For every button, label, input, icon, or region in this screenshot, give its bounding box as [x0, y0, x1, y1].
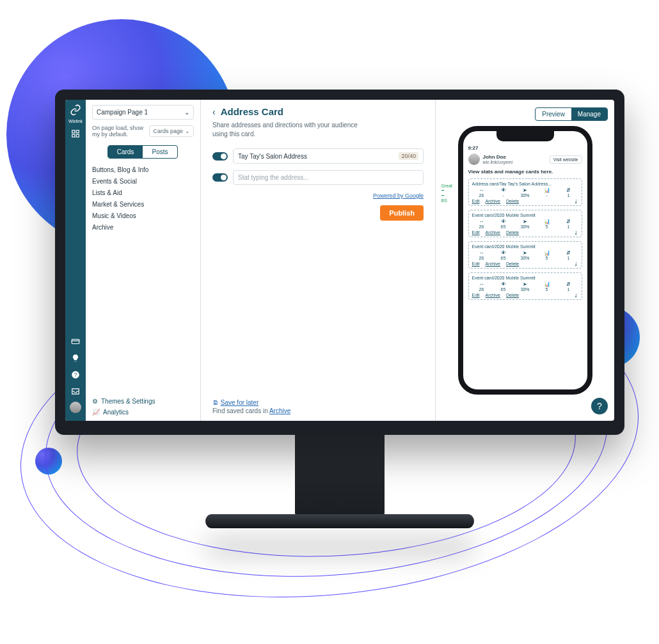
char-count: 20/40	[399, 152, 418, 160]
stat-item: ➤30%	[516, 251, 535, 260]
save-row: 🗎 Save for later	[212, 399, 424, 406]
page-select[interactable]: Campaign Page 1 ⌄	[92, 105, 194, 120]
stat-icon: 📊	[537, 282, 557, 287]
stat-item: ⇵1	[559, 219, 578, 229]
card-action-delete[interactable]: Delete	[506, 262, 519, 266]
user-avatar[interactable]	[70, 402, 81, 413]
stat-value: 5	[537, 224, 557, 229]
category-item[interactable]: Buttons, Blog & Info	[92, 166, 194, 173]
stat-item: 📊5	[537, 282, 557, 292]
download-icon[interactable]: ⭳	[574, 293, 578, 297]
stat-item: ➤30%	[516, 188, 535, 198]
tab-preview[interactable]: Preview	[536, 108, 571, 120]
svg-rect-4	[72, 340, 79, 344]
monitor-stand-neck	[295, 435, 385, 518]
stat-icon: 👁	[494, 282, 513, 287]
stat-icon: 👁	[494, 188, 513, 193]
back-button[interactable]: ‹	[212, 107, 216, 117]
stat-item: ⇵1	[559, 188, 578, 198]
profile-handle: wiz.link/uxyemi	[483, 160, 513, 164]
svg-text:?: ?	[74, 372, 77, 378]
themes-settings-link[interactable]: ⚙ Themes & Settings	[92, 398, 194, 405]
help-icon[interactable]: ?	[69, 368, 82, 381]
stats-row: ↔26👁65➤30%📊5⇵1	[472, 282, 578, 292]
card-action-archive[interactable]: Archive	[486, 199, 500, 203]
download-icon[interactable]: ⭳	[574, 230, 578, 235]
brand-logo-icon[interactable]	[69, 104, 82, 116]
stat-value: 1	[559, 287, 578, 292]
category-item[interactable]: Market & Services	[92, 201, 194, 208]
stat-item: ↔26	[472, 251, 491, 260]
stat-icon: 📊	[537, 188, 557, 193]
category-item[interactable]: Music & Videos	[92, 212, 194, 219]
help-fab[interactable]: ?	[591, 398, 608, 414]
analytics-label: Analytics	[103, 409, 129, 416]
stat-value: 65	[494, 256, 513, 260]
preview-card[interactable]: Address card/Tay Tay's Salon Address...↔…	[468, 178, 582, 206]
address-input[interactable]: Stat typing the address...	[233, 170, 424, 185]
tab-manage[interactable]: Manage	[571, 108, 607, 120]
card-actions: EditArchiveDelete⭳	[472, 199, 578, 203]
address-toggle[interactable]	[212, 173, 228, 182]
nav-rail: Wizlink ?	[65, 100, 86, 421]
card-action-archive[interactable]: Archive	[486, 293, 500, 297]
stat-item: ➤30%	[516, 219, 535, 229]
card-action-edit[interactable]: Edit	[472, 199, 480, 203]
stat-value: 1	[559, 193, 578, 198]
card-action-edit[interactable]: Edit	[472, 262, 480, 266]
publish-button[interactable]: Publish	[380, 205, 424, 221]
stat-icon: ➤	[516, 282, 535, 287]
stat-item: 👁65	[494, 219, 513, 229]
save-for-later-link[interactable]: Save for later	[221, 399, 258, 406]
dashboard-icon[interactable]	[69, 127, 82, 140]
title-toggle[interactable]	[212, 152, 228, 161]
preview-card-title: Address card/Tay Tay's Salon Address...	[472, 182, 578, 186]
stat-value: 1	[559, 256, 578, 260]
preview-card[interactable]: Event card/2020 Mobile Summit↔26👁65➤30%📊…	[468, 210, 582, 237]
category-item[interactable]: Events & Social	[92, 178, 194, 185]
stat-icon: ↔	[472, 219, 491, 224]
analytics-link[interactable]: 📈 Analytics	[92, 409, 194, 416]
load-default-select[interactable]: Cards page ⌄	[149, 125, 194, 137]
visit-website-button[interactable]: Visit website	[550, 155, 582, 164]
monitor-stand-base	[205, 514, 474, 528]
preview-card-title: Event card/2020 Mobile Summit	[472, 276, 578, 280]
phone-frame: 9:27 John Doe wiz.link/uxyemi Visit webs…	[458, 126, 592, 395]
card-action-delete[interactable]: Delete	[506, 293, 519, 297]
card-action-edit[interactable]: Edit	[472, 293, 480, 297]
card-action-archive[interactable]: Archive	[486, 262, 500, 266]
powered-by-link[interactable]: Powered by Google	[212, 192, 424, 199]
download-icon[interactable]: ⭳	[574, 262, 578, 266]
stat-value: 30%	[516, 224, 535, 229]
preview-card[interactable]: Event card/2020 Mobile Summit↔26👁65➤30%📊…	[468, 241, 582, 269]
lightbulb-icon[interactable]	[69, 352, 82, 365]
tab-cards[interactable]: Cards	[108, 146, 143, 158]
stat-value: 5	[537, 287, 557, 292]
card-action-edit[interactable]: Edit	[472, 230, 480, 235]
category-item[interactable]: Archive	[92, 224, 194, 231]
title-input[interactable]: Tay Tay's Salon Address 20/40	[233, 148, 424, 164]
preview-card[interactable]: Event card/2020 Mobile Summit↔26👁65➤30%📊…	[468, 272, 582, 300]
download-icon[interactable]: ⭳	[574, 199, 578, 203]
card-icon[interactable]	[69, 335, 82, 348]
themes-label: Themes & Settings	[101, 398, 155, 405]
sidebar-footer: ⚙ Themes & Settings 📈 Analytics	[92, 398, 194, 416]
stat-icon: ↔	[472, 188, 491, 193]
stat-value: 30%	[516, 256, 535, 260]
tab-posts[interactable]: Posts	[143, 146, 177, 158]
stat-item: 👁65	[494, 251, 513, 260]
profile-name: John Doe	[483, 154, 513, 160]
card-action-delete[interactable]: Delete	[506, 230, 519, 235]
category-item[interactable]: Lists & Aid	[92, 189, 194, 196]
phone-notch	[496, 131, 554, 141]
inbox-icon[interactable]	[69, 385, 82, 398]
address-placeholder: Stat typing the address...	[238, 174, 309, 181]
stat-icon: ⇵	[559, 251, 578, 256]
gear-icon: ⚙	[92, 398, 98, 405]
save-icon: 🗎	[212, 399, 219, 406]
archive-link[interactable]: Archive	[269, 407, 290, 414]
stat-icon: ➤	[516, 219, 535, 224]
card-action-delete[interactable]: Delete	[506, 199, 519, 203]
card-action-archive[interactable]: Archive	[486, 230, 500, 235]
profile-avatar	[468, 153, 480, 165]
